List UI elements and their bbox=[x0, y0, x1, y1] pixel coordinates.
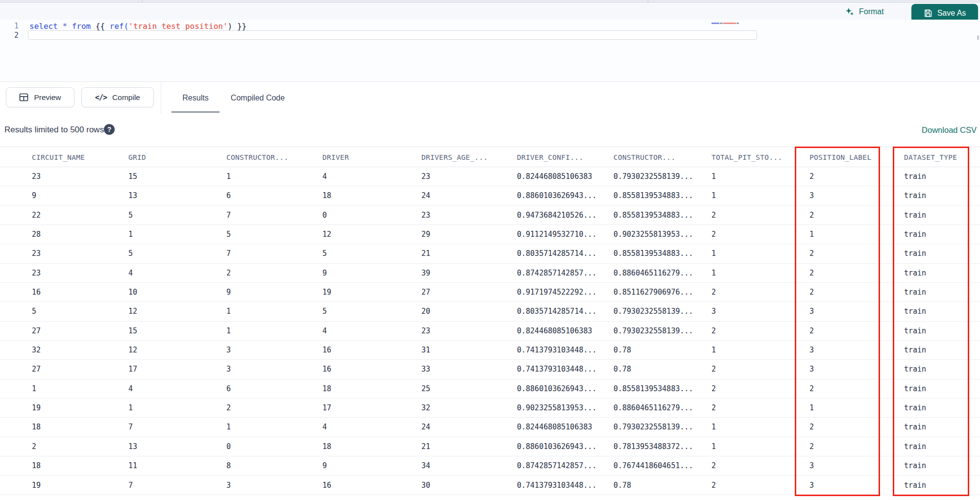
minimap-segment bbox=[723, 23, 736, 24]
table-cell: 1 bbox=[711, 341, 716, 360]
table-cell: 1 bbox=[711, 244, 716, 263]
column-header: POSITION_LABEL bbox=[809, 147, 871, 168]
table-cell: 0.9023255813953... bbox=[517, 399, 597, 418]
sql-editor[interactable]: 1 2 select * from {{ ref('train_test_pos… bbox=[0, 20, 980, 82]
table-cell: 1 bbox=[711, 264, 716, 283]
table-cell: 3 bbox=[226, 360, 231, 379]
table-cell: 23 bbox=[32, 264, 41, 283]
table-cell: 2 bbox=[711, 206, 716, 225]
table-row: 14618250.8860103626943...0.8558139534883… bbox=[0, 379, 980, 399]
table-cell: 16 bbox=[32, 283, 41, 302]
table-cell: 0.8742857142857... bbox=[517, 456, 597, 475]
table-cell: 6 bbox=[226, 379, 231, 399]
table-cell: 18 bbox=[322, 437, 331, 456]
table-cell: 0.8860465116279... bbox=[613, 264, 693, 283]
table-cell: 7 bbox=[128, 476, 133, 495]
table-cell: 0.7930232558139... bbox=[613, 322, 693, 341]
table-cell: train bbox=[904, 456, 926, 475]
table-cell: 2 bbox=[226, 264, 231, 283]
table-cell: 39 bbox=[421, 264, 430, 283]
table-cell: 31 bbox=[421, 341, 430, 360]
column-header: CIRCUIT_NAME bbox=[32, 147, 85, 168]
table-cell: 0.8558139534883... bbox=[613, 206, 693, 225]
results-panel-header: Preview </> Compile Results Compiled Cod… bbox=[0, 82, 980, 114]
table-cell: 0.78 bbox=[613, 341, 631, 360]
table-cell: 0.9112149532710... bbox=[517, 225, 597, 244]
tab-strip-divider bbox=[648, 0, 648, 3]
table-cell: 32 bbox=[32, 341, 41, 360]
table-cell: 0.8860103626943... bbox=[517, 437, 597, 456]
line-number-1: 1 bbox=[9, 22, 19, 30]
table-cell: 22 bbox=[32, 206, 41, 225]
table-row: 51215200.8035714285714...0.7930232558139… bbox=[0, 302, 980, 321]
table-cell: 21 bbox=[421, 244, 430, 263]
table-cell: train bbox=[904, 167, 926, 186]
table-cell: 10 bbox=[128, 283, 137, 302]
preview-label: Preview bbox=[34, 93, 61, 102]
table-cell: 16 bbox=[322, 341, 331, 360]
table-cell: 5 bbox=[128, 244, 133, 263]
format-button[interactable]: Format bbox=[845, 3, 884, 20]
table-cell: train bbox=[904, 283, 926, 302]
editor-scrollbar[interactable] bbox=[977, 35, 979, 40]
code-token: 'train_test_position' bbox=[128, 22, 227, 31]
table-cell: 5 bbox=[322, 302, 327, 321]
table-cell: 33 bbox=[421, 360, 430, 379]
table-cell: 0 bbox=[226, 437, 231, 456]
table-cell: 3 bbox=[809, 476, 814, 495]
table-cell: train bbox=[904, 399, 926, 418]
table-cell: 1 bbox=[711, 186, 716, 205]
table-cell: 2 bbox=[711, 476, 716, 495]
table-cell: 7 bbox=[226, 206, 231, 225]
preview-button[interactable]: Preview bbox=[6, 87, 74, 107]
active-tab-underline bbox=[172, 111, 220, 113]
table-cell: 1 bbox=[809, 399, 814, 418]
table-cell: 30 bbox=[421, 476, 430, 495]
table-cell: 3 bbox=[711, 302, 716, 321]
table-cell: 2 bbox=[809, 283, 814, 302]
table-cell: 23 bbox=[32, 244, 41, 263]
table-cell: train bbox=[904, 206, 926, 225]
minimap-segment bbox=[736, 23, 739, 24]
table-cell: 23 bbox=[421, 167, 430, 186]
table-cell: 2 bbox=[809, 437, 814, 456]
table-cell: 1 bbox=[226, 322, 231, 341]
code-line-1[interactable]: select * from {{ ref('train_test_positio… bbox=[29, 22, 246, 31]
table-cell: 11 bbox=[128, 456, 137, 475]
code-icon: </> bbox=[95, 93, 107, 102]
table-cell: 2 bbox=[711, 225, 716, 244]
table-cell: 1 bbox=[809, 225, 814, 244]
table-cell: 1 bbox=[226, 418, 231, 437]
table-cell: 12 bbox=[128, 302, 137, 321]
active-line-box[interactable] bbox=[28, 30, 757, 40]
tab-results[interactable]: Results bbox=[172, 82, 220, 114]
tab-compiled-code[interactable]: Compiled Code bbox=[225, 82, 290, 114]
table-cell: 4 bbox=[128, 379, 133, 399]
table-cell: 0.8860103626943... bbox=[517, 186, 597, 205]
table-cell: 9 bbox=[226, 283, 231, 302]
table-cell: train bbox=[904, 302, 926, 321]
code-token bbox=[67, 22, 72, 31]
download-csv-link[interactable]: Download CSV bbox=[922, 125, 977, 135]
table-cell: 0.9171974522292... bbox=[517, 283, 597, 302]
sparkles-icon bbox=[845, 7, 855, 17]
table-cell: 0.8511627906976... bbox=[613, 283, 693, 302]
table-cell: 6 bbox=[226, 186, 231, 205]
column-header: CONSTRUCTOR... bbox=[226, 147, 288, 168]
table-cell: 1 bbox=[711, 418, 716, 437]
column-header: DRIVERS_AGE_... bbox=[421, 147, 488, 168]
results-info-bar: Results limited to 500 rows. ? Download … bbox=[0, 114, 980, 147]
table-row: 23575210.8035714285714...0.8558139534883… bbox=[0, 244, 980, 263]
column-header: CONSTRUCTOR... bbox=[613, 147, 675, 168]
table-body: 231514230.8244680851063830.7930232558139… bbox=[0, 167, 980, 495]
table-cell: 23 bbox=[32, 167, 41, 186]
table-cell: 2 bbox=[809, 206, 814, 225]
table-cell: 5 bbox=[322, 244, 327, 263]
table-row: 1610919270.9171974522292...0.85116279069… bbox=[0, 283, 980, 302]
table-row: 197316300.7413793103448...0.7823train bbox=[0, 476, 980, 495]
table-cell: 17 bbox=[128, 360, 137, 379]
table-cell: 9 bbox=[32, 186, 36, 205]
help-icon[interactable]: ? bbox=[104, 124, 115, 135]
editor-minimap[interactable] bbox=[711, 22, 752, 25]
compile-button[interactable]: </> Compile bbox=[81, 87, 154, 107]
